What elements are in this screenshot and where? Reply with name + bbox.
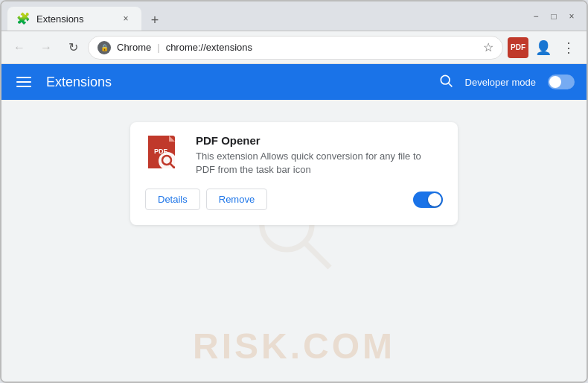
pdf-toolbar-icon[interactable]: PDF	[508, 37, 528, 58]
address-url: chrome://extensions	[166, 42, 477, 53]
site-info-icon: 🔒	[98, 41, 111, 54]
extension-toggle[interactable]	[413, 192, 443, 208]
maximize-button[interactable]: □	[548, 10, 560, 22]
extension-name: PDF Opener	[196, 134, 443, 147]
minimize-button[interactable]: −	[530, 10, 542, 22]
extensions-icon-btn[interactable]: PDF	[506, 36, 530, 60]
details-button[interactable]: Details	[145, 189, 200, 210]
toggle-knob	[549, 76, 561, 88]
card-header: PDF PDF Opener This extension Allows qui…	[145, 134, 443, 177]
svg-line-1	[448, 83, 452, 86]
address-site-label: Chrome	[117, 42, 151, 53]
hamburger-line	[16, 77, 31, 78]
address-bar[interactable]: 🔒 Chrome | chrome://extensions ☆	[88, 36, 503, 60]
tab-favicon: 🧩	[16, 12, 31, 25]
svg-line-3	[306, 244, 330, 268]
title-bar: 🧩 Extensions × + − □ ×	[1, 1, 587, 31]
extension-card: PDF PDF Opener This extension Allows qui…	[130, 122, 458, 225]
extensions-page-title: Extensions	[46, 75, 112, 90]
reload-icon: ↻	[68, 40, 78, 54]
window-close-button[interactable]: ×	[566, 10, 578, 22]
forward-icon: →	[40, 41, 52, 54]
extension-description: This extension Allows quick conversion f…	[196, 150, 443, 177]
card-info: PDF Opener This extension Allows quick c…	[196, 134, 443, 177]
tab-close-btn[interactable]: ×	[119, 12, 132, 25]
forward-button[interactable]: →	[34, 36, 58, 60]
profile-icon: 👤	[535, 39, 552, 56]
watermark-text: RISK.COM	[193, 326, 395, 367]
menu-dots-icon: ⋮	[562, 39, 575, 56]
hamburger-line	[16, 86, 31, 87]
new-tab-button[interactable]: +	[144, 10, 165, 31]
window-controls: − □ ×	[530, 10, 581, 22]
card-actions: Details Remove	[145, 189, 443, 210]
nav-right-icons: PDF 👤 ⋮	[506, 36, 581, 60]
nav-bar: ← → ↻ 🔒 Chrome | chrome://extensions ☆ P…	[1, 31, 587, 64]
hamburger-menu[interactable]	[13, 74, 34, 90]
remove-button[interactable]: Remove	[206, 189, 267, 210]
reload-button[interactable]: ↻	[61, 36, 85, 60]
menu-button[interactable]: ⋮	[557, 36, 581, 60]
back-icon: ←	[13, 41, 25, 54]
extensions-header: Extensions Developer mode	[1, 64, 587, 100]
tab-title: Extensions	[36, 13, 113, 25]
active-tab[interactable]: 🧩 Extensions ×	[7, 7, 141, 31]
bookmark-icon[interactable]: ☆	[483, 40, 493, 54]
dev-mode-label: Developer mode	[465, 77, 536, 88]
toggle-knob-enabled	[428, 193, 441, 206]
dev-mode-toggle[interactable]	[548, 75, 575, 89]
profile-button[interactable]: 👤	[531, 36, 555, 60]
hamburger-line	[16, 81, 31, 83]
address-divider: |	[157, 42, 159, 53]
extension-enabled-toggle[interactable]	[413, 192, 443, 208]
header-right: Developer mode	[438, 73, 575, 92]
svg-point-0	[441, 75, 450, 84]
extension-icon: PDF	[145, 134, 184, 173]
back-button[interactable]: ←	[7, 36, 31, 60]
browser-window: 🧩 Extensions × + − □ × ← → ↻ 🔒 Chrome	[0, 0, 588, 383]
main-content: RISK.COM PDF	[1, 100, 587, 382]
tab-strip: 🧩 Extensions × +	[7, 1, 527, 31]
search-button[interactable]	[438, 73, 453, 92]
